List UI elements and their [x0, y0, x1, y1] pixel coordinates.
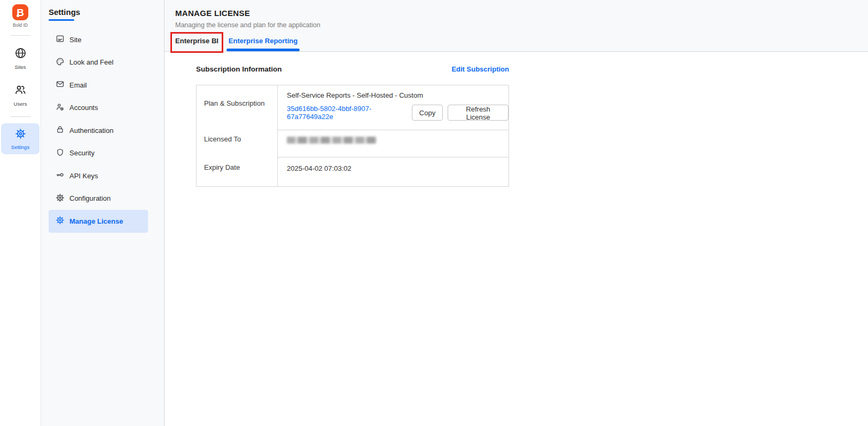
sidebar-item-label: Look and Feel: [69, 58, 113, 66]
license-table: Plan & Subscription Licensed To Expiry D…: [196, 85, 509, 187]
bold-id-logo-icon: B: [12, 4, 28, 20]
sidebar-title: Settings: [49, 7, 164, 17]
rail-item-label: Users: [14, 101, 27, 107]
gear-icon: [56, 193, 65, 204]
shield-icon: [56, 148, 65, 159]
sidebar-item-email[interactable]: Email: [49, 74, 148, 97]
license-tabbar: Enterprise BI Enterprise Reporting: [165, 33, 300, 51]
sidebar-item-label: Security: [69, 149, 95, 157]
rail-item-users[interactable]: Users: [1, 81, 40, 109]
sidebar-item-label: Configuration: [69, 194, 111, 202]
sidebar-title-underline: [49, 19, 74, 21]
active-tab-indicator: [226, 49, 300, 51]
tab-enterprise-bi[interactable]: Enterprise BI: [171, 33, 223, 51]
subscription-section: Subscription Information Edit Subscripti…: [165, 52, 868, 187]
palette-icon: [56, 57, 65, 68]
envelope-icon: [56, 80, 65, 90]
site-card-icon: [56, 34, 65, 45]
sidebar-item-label: Authentication: [69, 127, 113, 135]
app-root: B Bold ID Sites: [0, 0, 868, 426]
page-subtitle: Managing the license and plan for the ap…: [175, 21, 868, 29]
refresh-license-button[interactable]: Refresh License: [448, 105, 509, 121]
gear-icon: [15, 128, 26, 141]
tab-label: Enterprise BI: [175, 37, 218, 45]
bold-id-logo-label: Bold ID: [13, 22, 28, 28]
rail-item-settings[interactable]: Settings: [1, 123, 40, 154]
license-key-row: 35d616bb-5802-4bbf-8907-67a77649a22e Cop…: [287, 105, 509, 121]
sidebar-item-api-keys[interactable]: API Keys: [49, 164, 148, 187]
sidebar-item-authentication[interactable]: Authentication: [49, 119, 148, 142]
plan-name: Self-Service Reports - Self-Hosted - Cus…: [287, 91, 509, 99]
lock-icon: [56, 125, 65, 136]
sidebar-item-label: Manage License: [69, 217, 123, 225]
bold-id-logo[interactable]: B Bold ID: [12, 4, 28, 28]
sidebar-item-label: Accounts: [69, 104, 98, 112]
tab-enterprise-reporting[interactable]: Enterprise Reporting: [226, 33, 300, 51]
page-header: MANAGE LICENSE Managing the license and …: [165, 0, 868, 52]
section-title: Subscription Information: [196, 65, 282, 73]
key-icon: [56, 170, 65, 181]
section-head: Subscription Information Edit Subscripti…: [196, 65, 509, 73]
license-key-link[interactable]: 35d616bb-5802-4bbf-8907-67a77649a22e: [287, 105, 406, 121]
rail-item-label: Sites: [14, 64, 26, 70]
rail-divider: [10, 35, 30, 36]
licensed-to-label: Licensed To: [197, 130, 277, 157]
sidebar-item-configuration[interactable]: Configuration: [49, 187, 148, 210]
rail-divider: [10, 116, 30, 117]
rail-item-sites[interactable]: Sites: [1, 45, 40, 72]
licensed-to-value-cell: [278, 130, 509, 157]
plan-subscription-value-cell: Self-Service Reports - Self-Hosted - Cus…: [278, 85, 509, 130]
left-rail: B Bold ID Sites: [0, 0, 41, 426]
license-gear-icon: [56, 216, 65, 226]
main-content: MANAGE LICENSE Managing the license and …: [165, 0, 868, 426]
licensed-to-redacted-value: [287, 137, 377, 144]
sidebar-item-label: Site: [69, 36, 81, 44]
person-gear-icon: [56, 102, 65, 113]
license-table-value-column: Self-Service Reports - Self-Hosted - Cus…: [278, 85, 509, 186]
settings-sidebar: Settings Site: [41, 0, 165, 426]
sidebar-item-manage-license[interactable]: Manage License: [49, 210, 148, 233]
license-table-label-column: Plan & Subscription Licensed To Expiry D…: [197, 85, 278, 186]
sidebar-item-label: API Keys: [69, 172, 98, 180]
copy-button[interactable]: Copy: [412, 105, 443, 121]
page-title: MANAGE LICENSE: [175, 9, 868, 18]
edit-subscription-link[interactable]: Edit Subscription: [451, 65, 509, 73]
sidebar-nav: Site Look and Feel: [41, 28, 164, 233]
expiry-date-label: Expiry Date: [197, 157, 277, 186]
plan-subscription-label: Plan & Subscription: [197, 85, 277, 130]
expiry-date-value-cell: 2025-04-02 07:03:02: [278, 157, 509, 186]
expiry-date-value: 2025-04-02 07:03:02: [287, 164, 351, 172]
rail-item-label: Settings: [11, 144, 29, 150]
sidebar-item-label: Email: [69, 81, 87, 89]
globe-icon: [14, 47, 27, 61]
sidebar-item-security[interactable]: Security: [49, 142, 148, 165]
sidebar-item-look-and-feel[interactable]: Look and Feel: [49, 51, 148, 74]
sidebar-item-accounts[interactable]: Accounts: [49, 97, 148, 120]
sidebar-item-site[interactable]: Site: [49, 28, 148, 51]
users-icon: [14, 83, 27, 98]
tab-label: Enterprise Reporting: [229, 37, 298, 45]
